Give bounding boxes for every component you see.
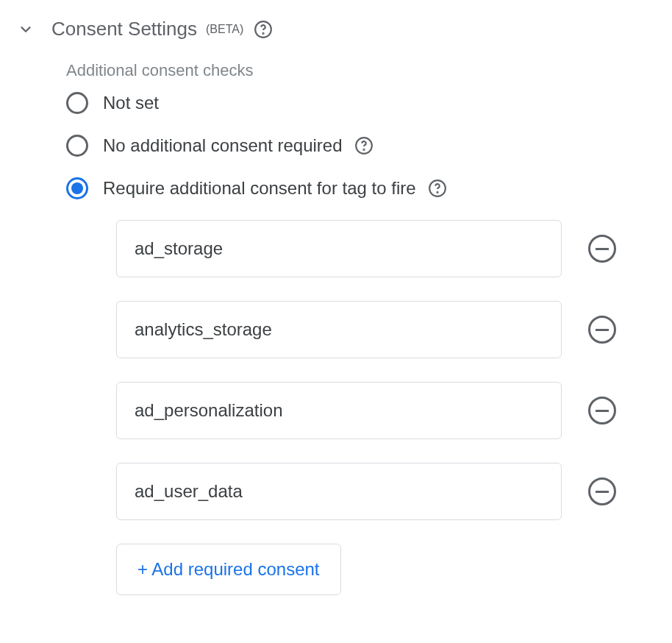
consent-input[interactable]: [116, 463, 562, 520]
consent-input[interactable]: [116, 301, 562, 358]
help-icon[interactable]: [254, 20, 273, 39]
radio-label: Require additional consent for tag to fi…: [103, 178, 447, 199]
radio-not-set[interactable]: Not set: [66, 92, 654, 114]
help-icon[interactable]: [354, 136, 373, 155]
svg-point-5: [437, 192, 437, 193]
add-required-consent-button[interactable]: + Add required consent: [116, 544, 341, 595]
beta-label: (BETA): [206, 23, 243, 36]
consent-settings-content: Additional consent checks Not set No add…: [66, 61, 654, 595]
radio-circle-selected: [66, 177, 88, 199]
remove-consent-button[interactable]: [588, 316, 616, 344]
remove-consent-button[interactable]: [588, 235, 616, 263]
chevron-down-icon: [18, 21, 34, 38]
consent-list: + Add required consent: [116, 220, 654, 595]
radio-require-additional[interactable]: Require additional consent for tag to fi…: [66, 177, 654, 199]
consent-row: [116, 301, 654, 358]
radio-label: Not set: [103, 93, 159, 113]
radio-no-additional[interactable]: No additional consent required: [66, 135, 654, 157]
help-icon[interactable]: [428, 179, 447, 198]
radio-label: No additional consent required: [103, 135, 373, 156]
consent-input[interactable]: [116, 382, 562, 439]
radio-circle: [66, 135, 88, 157]
radio-circle: [66, 92, 88, 114]
remove-consent-button[interactable]: [588, 477, 616, 505]
consent-row: [116, 382, 654, 439]
svg-point-1: [263, 32, 264, 33]
consent-input[interactable]: [116, 220, 562, 277]
section-title-text: Consent Settings: [51, 18, 197, 40]
consent-row: [116, 220, 654, 277]
consent-settings-header[interactable]: Consent Settings (BETA): [18, 18, 654, 40]
svg-point-3: [363, 149, 364, 150]
subsection-label: Additional consent checks: [66, 61, 654, 80]
consent-row: [116, 463, 654, 520]
section-title: Consent Settings (BETA): [51, 18, 273, 40]
remove-consent-button[interactable]: [588, 397, 616, 424]
